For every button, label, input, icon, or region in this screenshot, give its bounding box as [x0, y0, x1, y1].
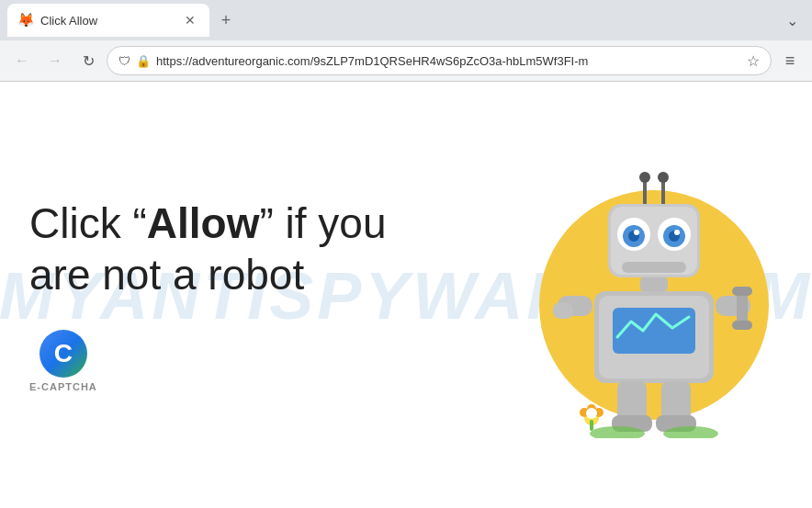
browser-menu-button[interactable]: ≡ — [775, 46, 805, 75]
allow-bold: Allow — [147, 199, 260, 247]
firefox-icon: 🦊 — [17, 12, 35, 28]
bookmark-star-icon[interactable]: ☆ — [747, 52, 760, 70]
svg-point-3 — [658, 172, 669, 183]
new-tab-button[interactable]: + — [213, 7, 239, 33]
lock-icon: 🔒 — [136, 54, 151, 68]
reload-button[interactable]: ↻ — [73, 46, 103, 75]
content-wrapper: Click “Allow” if you are not a robot C E… — [29, 153, 783, 438]
svg-point-13 — [674, 230, 680, 235]
svg-rect-23 — [732, 287, 752, 296]
svg-rect-14 — [622, 262, 686, 273]
page-content: MYANTISPYWARE.COM Click “Allow” if you a… — [0, 82, 812, 508]
tab-favicon: 🦊 — [18, 13, 33, 28]
tab-title: Click Allow — [40, 14, 175, 28]
address-bar[interactable]: 🛡 🔒 https://adventureorganic.com/9sZLP7m… — [107, 46, 772, 75]
captcha-label: E-CAPTCHA — [29, 381, 97, 392]
tab-bar: 🦊 Click Allow ✕ + ⌄ — [0, 0, 812, 40]
svg-rect-15 — [640, 277, 668, 291]
url-text: https://adventureorganic.com/9sZLP7mD1QR… — [156, 54, 741, 68]
active-tab[interactable]: 🦊 Click Allow ✕ — [7, 4, 209, 37]
svg-rect-20 — [553, 302, 573, 319]
robot-illustration — [525, 153, 783, 438]
svg-point-12 — [634, 230, 639, 235]
svg-rect-36 — [590, 420, 593, 431]
heading-part1: Click “Allow” if you are not a robot — [29, 199, 386, 298]
captcha-logo-letter: C — [54, 339, 73, 368]
svg-point-35 — [586, 408, 597, 419]
svg-point-2 — [639, 172, 650, 183]
browser-chrome: 🦊 Click Allow ✕ + ⌄ ← → ↻ 🛡 🔒 https://ad… — [0, 0, 812, 82]
back-button[interactable]: ← — [7, 46, 37, 75]
forward-button[interactable]: → — [40, 46, 70, 75]
tab-close-button[interactable]: ✕ — [182, 12, 198, 28]
left-panel: Click “Allow” if you are not a robot C E… — [29, 198, 415, 391]
nav-bar: ← → ↻ 🛡 🔒 https://adventureorganic.com/9… — [0, 40, 812, 81]
robot-svg — [544, 153, 764, 438]
svg-rect-24 — [732, 321, 752, 330]
tab-menu-button[interactable]: ⌄ — [779, 7, 805, 33]
main-heading: Click “Allow” if you are not a robot — [29, 198, 415, 299]
captcha-logo: C — [39, 330, 87, 378]
shield-icon: 🛡 — [118, 54, 130, 68]
captcha-section: C E-CAPTCHA — [29, 330, 97, 392]
